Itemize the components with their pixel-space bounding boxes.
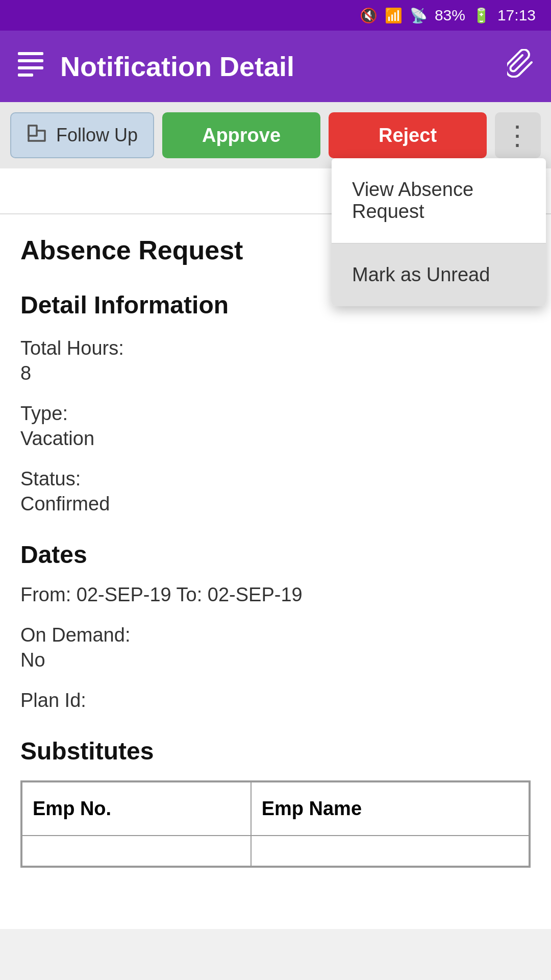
- reject-label: Reject: [379, 125, 437, 146]
- substitutes-title: Substitutes: [20, 737, 531, 765]
- battery-icon: 🔋: [472, 7, 490, 24]
- toolbar: Follow Up Approve Reject ⋮ View Absence …: [0, 102, 551, 168]
- on-demand-value: No: [20, 649, 531, 671]
- svg-rect-2: [18, 66, 43, 69]
- date-range: From: 02-SEP-19 To: 02-SEP-19: [20, 584, 531, 606]
- wifi-icon: 📶: [385, 7, 403, 24]
- follow-up-button[interactable]: Follow Up: [10, 112, 154, 158]
- view-absence-request-item[interactable]: View Absence Request: [332, 158, 546, 243]
- dates-title: Dates: [20, 541, 531, 569]
- status-bar: 🔇 📶 📡 83% 🔋 17:13: [0, 0, 551, 31]
- total-hours-value: 8: [20, 362, 531, 384]
- table-body: [22, 836, 529, 866]
- status-value: Confirmed: [20, 493, 531, 515]
- status-icons: 🔇 📶 📡 83% 🔋 17:13: [360, 7, 536, 24]
- svg-rect-3: [18, 74, 33, 77]
- empty-cell-2: [251, 836, 529, 866]
- col-emp-no: Emp No.: [22, 782, 251, 836]
- mute-icon: 🔇: [360, 7, 378, 24]
- status-label: Status:: [20, 468, 531, 490]
- approve-button[interactable]: Approve: [162, 112, 320, 158]
- plan-id-label: Plan Id:: [20, 690, 531, 712]
- follow-up-icon: [27, 124, 48, 148]
- type-label: Type:: [20, 403, 531, 425]
- mark-as-unread-item[interactable]: Mark as Unread: [332, 243, 546, 306]
- more-icon: ⋮: [504, 120, 532, 151]
- battery-percent: 83%: [435, 7, 465, 24]
- reject-button[interactable]: Reject: [329, 112, 487, 158]
- table-row-empty: [22, 836, 529, 866]
- app-bar: Notification Detail: [0, 31, 551, 102]
- substitutes-table: Emp No. Emp Name: [20, 780, 531, 868]
- approve-label: Approve: [202, 125, 281, 146]
- svg-rect-0: [18, 52, 43, 55]
- more-button[interactable]: ⋮: [495, 112, 541, 158]
- attachment-icon[interactable]: [507, 49, 536, 84]
- clock: 17:13: [497, 7, 536, 24]
- total-hours-label: Total Hours:: [20, 337, 531, 359]
- list-icon: [15, 48, 46, 85]
- main-content: Absence Request Detail Information Total…: [0, 214, 551, 929]
- page-title: Notification Detail: [60, 51, 493, 82]
- signal-icon: 📡: [410, 7, 428, 24]
- dropdown-menu: View Absence Request Mark as Unread: [332, 158, 546, 306]
- type-value: Vacation: [20, 428, 531, 450]
- svg-rect-1: [18, 59, 43, 62]
- empty-cell-1: [22, 836, 251, 866]
- col-emp-name: Emp Name: [251, 782, 529, 836]
- on-demand-label: On Demand:: [20, 624, 531, 646]
- follow-up-label: Follow Up: [56, 125, 138, 146]
